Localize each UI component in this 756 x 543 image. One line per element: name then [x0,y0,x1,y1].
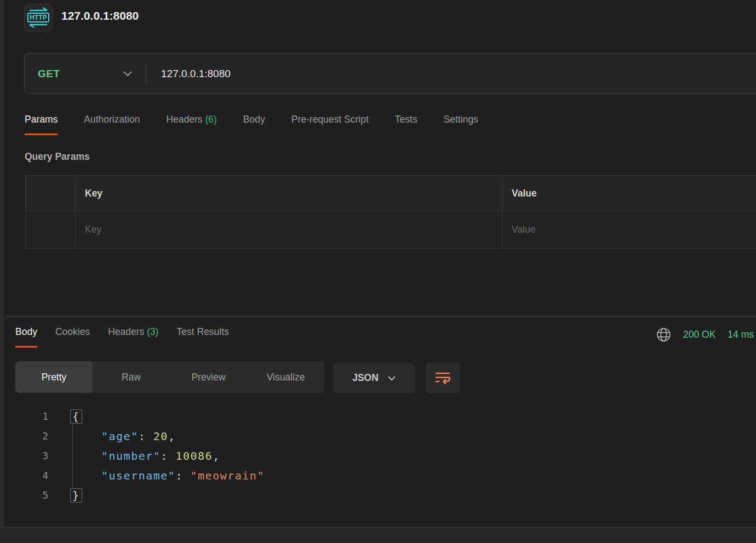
method-dropdown[interactable]: GET [25,68,146,80]
footer-bar [0,527,756,543]
arrow-right-icon [28,7,48,12]
tab-settings[interactable]: Settings [444,114,478,135]
line-number: 3 [5,446,48,466]
code-line: 2 "age": 20, [5,426,756,446]
table-row [26,211,756,248]
divider [146,63,146,84]
line-number: 4 [5,466,48,486]
value-input-cell [502,211,756,248]
checkbox-column-header [26,176,75,211]
http-request-icon: HTTP [24,4,53,31]
arrow-left-icon [28,23,48,28]
status-badge[interactable]: 200 OK [683,329,715,340]
url-input[interactable]: 127.0.0.1:8080 [161,68,231,80]
format-dropdown[interactable]: JSON [333,363,415,393]
request-tabs: Params Authorization Headers (6) Body Pr… [25,114,478,135]
request-url-bar: GET 127.0.0.1:8080 [24,53,756,94]
chevron-down-icon [123,71,133,77]
view-preview[interactable]: Preview [170,361,247,393]
line-number: 2 [5,426,48,446]
key-input[interactable] [85,224,481,235]
tab-authorization[interactable]: Authorization [84,114,140,135]
format-label: JSON [352,372,379,384]
response-time[interactable]: 14 ms [728,329,754,340]
headers-count: (6) [205,114,216,125]
value-column-header: Value [502,176,756,211]
value-input[interactable] [512,224,747,235]
wrap-lines-button[interactable] [425,363,460,393]
tab-response-headers[interactable]: Headers (3) [108,326,158,348]
key-column-header: Key [75,176,502,211]
response-view-switcher: Pretty Raw Preview Visualize [15,361,324,393]
row-checkbox-cell[interactable] [26,211,75,248]
request-response-divider[interactable] [5,316,756,317]
globe-icon[interactable] [656,327,671,342]
wrap-lines-icon [434,371,451,385]
code-line: 5 } [5,486,756,505]
tab-headers[interactable]: Headers (6) [166,114,216,135]
tab-pre-request-script[interactable]: Pre-request Script [291,114,369,135]
tab-tests[interactable]: Tests [395,114,417,135]
method-label: GET [38,68,60,80]
table-header-row: Key Value [26,176,756,211]
query-params-heading: Query Params [25,151,90,163]
sidebar-edge[interactable] [0,0,5,527]
tab-response-body[interactable]: Body [15,326,37,348]
line-number: 5 [5,486,48,505]
response-headers-count: (3) [147,326,158,337]
key-input-cell [75,211,502,248]
query-params-table: Key Value [25,175,756,249]
view-raw[interactable]: Raw [93,361,170,393]
response-tabs: Body Cookies Headers (3) Test Results [15,326,229,348]
close-brace: } [70,488,82,502]
http-icon-label: HTTP [27,13,49,22]
tab-cookies[interactable]: Cookies [55,326,90,348]
indent-guide [72,422,73,488]
tab-params[interactable]: Params [25,114,58,135]
page-title: 127.0.0.1:8080 [61,9,139,22]
view-visualize[interactable]: Visualize [247,361,324,393]
code-line: 3 "number": 10086, [5,446,756,466]
response-meta: 200 OK 14 ms [656,327,756,342]
view-pretty[interactable]: Pretty [15,361,93,393]
line-number: 1 [5,407,48,426]
tab-body[interactable]: Body [243,114,265,135]
response-body-code[interactable]: 1 { 2 "age": 20, 3 "number": 10086, 4 "u… [5,407,756,505]
code-line: 1 { [5,407,756,426]
tab-test-results[interactable]: Test Results [177,326,229,348]
chevron-down-icon [387,376,396,381]
code-line: 4 "username": "meowrain" [5,466,756,486]
